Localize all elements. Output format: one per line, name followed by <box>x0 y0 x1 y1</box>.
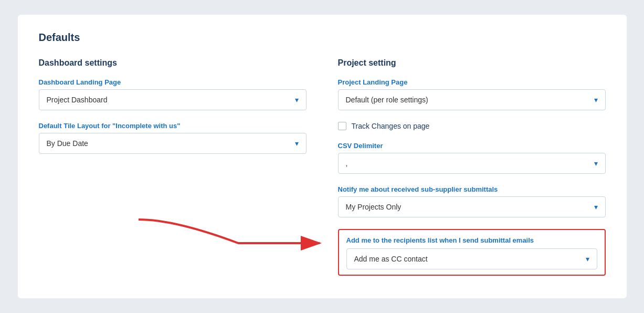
chevron-down-icon: ▾ <box>594 159 598 168</box>
chevron-down-icon: ▾ <box>295 139 299 148</box>
tile-layout-group: Default Tile Layout for "Incomplete with… <box>39 122 307 154</box>
track-changes-checkbox[interactable] <box>338 122 346 130</box>
notify-label: Notify me about received sub-supplier su… <box>338 185 606 193</box>
csv-delimiter-select[interactable]: , ▾ <box>338 153 606 174</box>
project-section-title: Project setting <box>338 58 606 68</box>
page-title: Defaults <box>39 32 606 44</box>
csv-delimiter-value: , <box>346 159 348 168</box>
tile-layout-value: By Due Date <box>47 139 88 148</box>
recipients-highlighted-box: Add me to the recipients list when I sen… <box>338 229 606 276</box>
track-changes-row: Track Changes on page <box>338 122 606 130</box>
recipients-select[interactable]: Add me as CC contact ▾ <box>346 248 597 269</box>
notify-group: Notify me about received sub-supplier su… <box>338 185 606 217</box>
project-landing-page-label: Project Landing Page <box>338 78 606 86</box>
project-landing-page-group: Project Landing Page Default (per role s… <box>338 78 606 110</box>
track-changes-label: Track Changes on page <box>352 122 430 130</box>
dashboard-settings-column: Dashboard settings Dashboard Landing Pag… <box>39 58 307 276</box>
notify-value: My Projects Only <box>346 203 402 211</box>
dashboard-landing-page-label: Dashboard Landing Page <box>39 78 307 86</box>
dashboard-section-title: Dashboard settings <box>39 58 307 68</box>
dashboard-landing-page-group: Dashboard Landing Page Project Dashboard… <box>39 78 307 110</box>
two-column-layout: Dashboard settings Dashboard Landing Pag… <box>39 58 606 276</box>
recipients-label: Add me to the recipients list when I sen… <box>346 236 597 244</box>
recipients-value: Add me as CC contact <box>354 255 428 263</box>
project-settings-column: Project setting Project Landing Page Def… <box>338 58 606 276</box>
csv-delimiter-group: CSV Delimiter , ▾ <box>338 142 606 174</box>
chevron-down-icon: ▾ <box>295 96 299 104</box>
defaults-card: Defaults Dashboard settings Dashboard La… <box>18 15 627 298</box>
dashboard-landing-page-select[interactable]: Project Dashboard ▾ <box>39 89 307 110</box>
dashboard-landing-page-value: Project Dashboard <box>47 96 108 104</box>
tile-layout-label: Default Tile Layout for "Incomplete with… <box>39 122 307 130</box>
project-landing-page-value: Default (per role settings) <box>346 96 428 104</box>
notify-select[interactable]: My Projects Only ▾ <box>338 196 606 217</box>
chevron-down-icon: ▾ <box>594 96 598 104</box>
csv-delimiter-label: CSV Delimiter <box>338 142 606 150</box>
project-landing-page-select[interactable]: Default (per role settings) ▾ <box>338 89 606 110</box>
tile-layout-select[interactable]: By Due Date ▾ <box>39 133 307 154</box>
chevron-down-icon: ▾ <box>586 255 589 263</box>
chevron-down-icon: ▾ <box>594 203 598 211</box>
